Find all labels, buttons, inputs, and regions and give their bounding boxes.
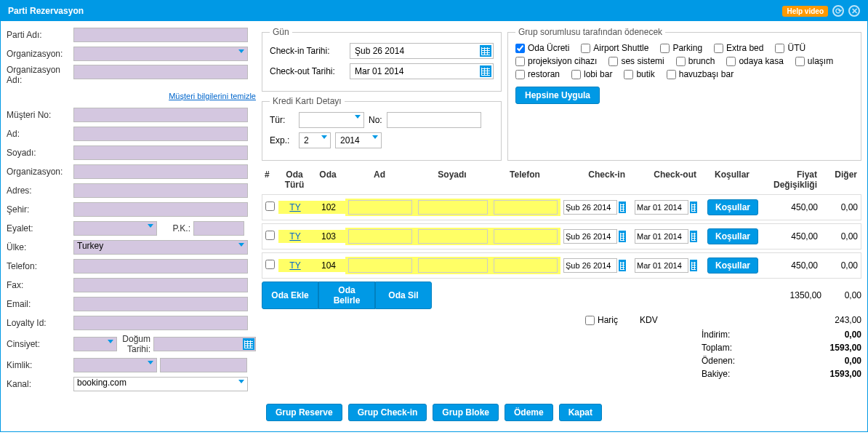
delete-room-button[interactable]: Oda Sil — [375, 282, 432, 309]
label-kimlik: Kimlik: — [7, 360, 73, 370]
row-checkin-input[interactable] — [563, 258, 617, 273]
clear-customer-link[interactable]: Müşteri bilgilerini temizle — [169, 92, 256, 100]
th-oda-turu: Oda Türü — [278, 168, 311, 191]
row-kosullar-button[interactable]: Koşullar — [707, 228, 758, 244]
grup-option[interactable]: restoran — [515, 69, 560, 79]
calendar-icon[interactable] — [480, 65, 491, 77]
organizasyon-select[interactable] — [73, 47, 248, 61]
row-checkout-input[interactable] — [635, 200, 688, 215]
row-kosullar-button[interactable]: Koşullar — [707, 199, 758, 215]
row-ad-input[interactable] — [348, 200, 412, 215]
cc-no-input[interactable] — [387, 112, 481, 128]
grup-option[interactable]: brunch — [676, 56, 715, 66]
cc-tur-select[interactable] — [299, 112, 364, 128]
th-checkout: Check-out — [631, 168, 702, 191]
calendar-icon[interactable] — [619, 201, 626, 213]
grup-bloke-button[interactable]: Grup Bloke — [433, 404, 499, 421]
grup-option[interactable]: ses sistemi — [608, 56, 664, 66]
row-telefon-input[interactable] — [494, 229, 558, 244]
refresh-icon[interactable]: ⟳ — [832, 5, 844, 17]
row-kosullar-button[interactable]: Koşullar — [707, 258, 758, 274]
grup-option[interactable]: odaya kasa — [726, 56, 783, 66]
th-diger: Diğer — [820, 168, 860, 191]
row-checkin-input[interactable] — [563, 229, 617, 244]
grup-option[interactable]: ulaşım — [795, 56, 833, 66]
calendar-icon[interactable] — [480, 45, 491, 57]
grup-option[interactable]: Airport Shuttle — [581, 43, 648, 53]
parti-adi-input[interactable] — [73, 28, 248, 42]
close-icon[interactable]: ✕ — [848, 5, 860, 17]
grup-checkin-button[interactable]: Grup Check-in — [348, 404, 427, 421]
email-input[interactable] — [73, 297, 248, 311]
row-check[interactable] — [265, 201, 275, 211]
calendar-icon[interactable] — [619, 231, 626, 242]
grup-option[interactable]: Extra bed — [714, 43, 763, 53]
room-type-link[interactable]: TY — [289, 231, 300, 242]
cc-month-select[interactable]: 2 — [299, 132, 331, 148]
grup-option[interactable]: butik — [624, 69, 654, 79]
kapat-button[interactable]: Kapat — [559, 404, 602, 421]
label-telefon: Telefon: — [7, 261, 73, 271]
telefon-input[interactable] — [73, 259, 248, 274]
row-soyadi-input[interactable] — [418, 258, 488, 273]
room-type-link[interactable]: TY — [289, 202, 300, 212]
help-video-button[interactable]: Help video — [782, 6, 828, 17]
th-telefon: Telefon — [490, 168, 560, 191]
row-checkin-input[interactable] — [563, 200, 617, 215]
grup-option[interactable]: projeksiyon cihazı — [515, 56, 597, 66]
row-check[interactable] — [265, 260, 275, 269]
row-soyadi-input[interactable] — [418, 200, 488, 215]
checkin-input[interactable] — [350, 43, 494, 59]
adres-input[interactable] — [73, 183, 248, 198]
room-type-link[interactable]: TY — [289, 260, 300, 271]
calendar-icon[interactable] — [690, 231, 697, 242]
kanal-select[interactable]: booking.com — [73, 377, 248, 391]
row-ad-input[interactable] — [348, 229, 412, 244]
assign-room-button[interactable]: Oda Belirle — [318, 282, 375, 309]
soyadi-input[interactable] — [73, 145, 248, 160]
titlebar: Parti Rezervasyon Help video ⟳ ✕ — [1, 1, 867, 21]
organizasyon-adi-input[interactable] — [73, 65, 248, 79]
calendar-icon[interactable] — [690, 260, 697, 271]
cc-year-select[interactable]: 2014 — [335, 132, 382, 148]
ulke-select[interactable]: Turkey — [73, 240, 248, 255]
ad-input[interactable] — [73, 127, 248, 141]
row-ad-input[interactable] — [348, 258, 412, 273]
organizasyon2-input[interactable] — [73, 164, 248, 179]
grup-option[interactable]: Oda Ücreti — [515, 43, 569, 53]
row-check[interactable] — [265, 231, 275, 240]
table-row: TY102Koşullar450,000,00 — [262, 194, 861, 220]
pk-input[interactable] — [193, 221, 244, 236]
loyalty-input[interactable] — [73, 316, 248, 330]
grup-option[interactable]: ÜTÜ — [775, 43, 805, 53]
grup-option[interactable]: havuzbaşı bar — [667, 69, 734, 79]
add-room-button[interactable]: Oda Ekle — [262, 282, 318, 309]
calendar-icon[interactable] — [243, 338, 254, 350]
checkout-input[interactable] — [350, 63, 494, 79]
grup-option[interactable]: Parking — [660, 43, 702, 53]
row-checkout-input[interactable] — [635, 229, 688, 244]
kimlik-type-select[interactable] — [73, 358, 157, 372]
sehir-input[interactable] — [73, 202, 248, 217]
apply-all-button[interactable]: Hepsine Uygula — [515, 87, 600, 104]
calendar-icon[interactable] — [690, 201, 697, 213]
fax-input[interactable] — [73, 278, 248, 292]
haric-check[interactable]: Hariç — [585, 315, 618, 325]
cc-legend: Kredi Kartı Detayı — [270, 96, 345, 106]
calendar-icon[interactable] — [619, 260, 626, 271]
cinsiyet-select[interactable] — [73, 337, 117, 351]
row-soyadi-input[interactable] — [418, 229, 488, 244]
dogum-input[interactable] — [153, 337, 256, 351]
musteri-no-input[interactable] — [73, 108, 248, 122]
grup-reserve-button[interactable]: Grup Reserve — [266, 404, 342, 421]
row-telefon-input[interactable] — [494, 258, 558, 273]
row-checkout-input[interactable] — [635, 258, 688, 273]
grup-option[interactable]: lobi bar — [571, 69, 612, 79]
odeme-button[interactable]: Ödeme — [505, 404, 553, 421]
eyalet-select[interactable] — [73, 221, 157, 236]
row-telefon-input[interactable] — [494, 200, 558, 215]
label-parti-adi: Parti Adı: — [7, 30, 73, 40]
th-fiyat: Fiyat Değişikliği — [762, 168, 820, 191]
row-fiyat: 450,00 — [763, 201, 821, 214]
kimlik-input[interactable] — [160, 358, 247, 372]
